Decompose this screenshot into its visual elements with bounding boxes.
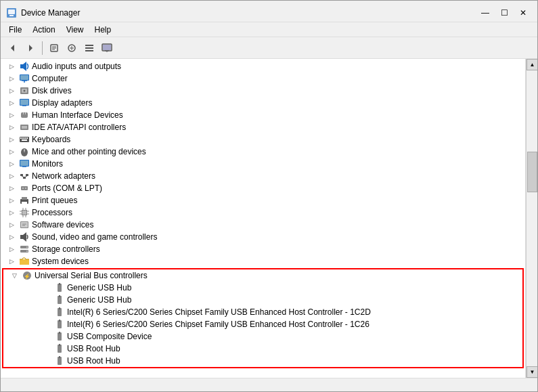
svg-rect-20 (20, 75, 28, 80)
svg-rect-55 (22, 197, 27, 200)
title-bar-left: Device Manager (6, 7, 80, 18)
app-icon (6, 7, 17, 18)
tree-item-usb-controllers[interactable]: ▽ ⚡ Universal Serial Bus controllers (3, 269, 522, 282)
tree-item-usb-root-hub-2[interactable]: USB Root Hub (3, 355, 522, 367)
sound-icon (19, 232, 30, 242)
tree-item-print-label: Print queues (32, 196, 77, 205)
menu-view[interactable]: View (61, 24, 89, 36)
toolbar-scan-button[interactable] (64, 40, 80, 56)
svg-point-53 (25, 188, 26, 189)
tree-item-display[interactable]: ▷ Display adapters (1, 97, 525, 109)
toolbar-back-button[interactable] (5, 40, 21, 56)
tree-item-disk[interactable]: ▷ Disk drives (1, 85, 525, 97)
scrollbar[interactable]: ▲ ▼ (526, 59, 537, 378)
display-icon (19, 97, 30, 108)
tree-item-computer[interactable]: ▷ Computer (1, 72, 525, 85)
maximize-button[interactable]: ☐ (495, 6, 513, 20)
expand-icon-ports: ▷ (6, 183, 17, 194)
toolbar-properties-button[interactable] (46, 40, 62, 56)
expand-icon-hub1 (41, 282, 52, 293)
svg-rect-10 (85, 45, 93, 46)
content-area: ▷ Audio inputs and outputs ▷ Computer ▷ … (1, 59, 537, 378)
tree-item-computer-label: Computer (32, 74, 68, 83)
svg-rect-92 (59, 356, 60, 358)
tree-item-disk-label: Disk drives (32, 86, 72, 95)
tree-item-processors[interactable]: ▷ Processors (1, 206, 525, 219)
expand-icon-network: ▷ (6, 171, 17, 181)
window-controls: — ☐ ✕ (476, 6, 532, 20)
tree-item-generic-usb-hub-1[interactable]: Generic USB Hub (3, 282, 522, 294)
svg-rect-1 (8, 9, 15, 14)
tree-item-ports[interactable]: ▷ Ports (COM & LPT) (1, 182, 525, 194)
close-button[interactable]: ✕ (514, 6, 532, 20)
minimize-button[interactable]: — (476, 6, 494, 20)
scrollbar-thumb[interactable] (527, 152, 537, 192)
usb-device-icon-6 (54, 343, 65, 354)
tree-item-generic-usb-hub-2[interactable]: Generic USB Hub (3, 294, 522, 306)
monitor-icon (102, 43, 112, 53)
svg-rect-51 (21, 186, 28, 190)
tree-item-software[interactable]: ▷ Software devices (1, 219, 525, 231)
tree-item-storage-label: Storage controllers (32, 244, 100, 254)
svg-rect-31 (25, 112, 26, 114)
tree-item-print[interactable]: ▷ Print queues (1, 194, 525, 206)
tree-item-ports-label: Ports (COM & LPT) (32, 183, 102, 193)
tree-item-monitors-label: Monitors (32, 159, 63, 169)
properties-icon (49, 43, 59, 53)
expand-icon-intel2 (41, 319, 52, 330)
tree-item-usb-label: Universal Serial Bus controllers (35, 271, 148, 280)
tree-item-intel2-label: Intel(R) 6 Series/C200 Series Chipset Fa… (67, 320, 369, 329)
tree-item-display-label: Display adapters (32, 98, 92, 108)
tree-item-usb-composite[interactable]: USB Composite Device (3, 330, 522, 343)
tree-item-usb-root-hub-1[interactable]: USB Root Hub (3, 343, 522, 355)
menu-bar: File Action View Help (1, 22, 537, 37)
tree-item-system-label: System devices (32, 257, 89, 266)
svg-point-42 (24, 150, 25, 151)
tree-item-system[interactable]: ▷ System devices (1, 255, 525, 267)
usb-device-icon-7 (54, 355, 65, 366)
svg-rect-68 (21, 222, 28, 227)
title-bar: Device Manager — ☐ ✕ (1, 1, 537, 22)
processors-icon (19, 207, 30, 218)
tree-item-ide[interactable]: ▷ IDE ATA/ATAPI controllers (1, 121, 525, 133)
tree-item-monitors[interactable]: ▷ Monitors (1, 158, 525, 170)
svg-rect-56 (22, 202, 27, 204)
ide-icon (19, 122, 30, 133)
usb-device-icon-3 (54, 307, 65, 318)
svg-rect-27 (20, 100, 28, 105)
expand-icon-composite (41, 331, 52, 342)
toolbar-view-button[interactable] (81, 40, 97, 56)
tree-item-intel-usb-1c2d[interactable]: Intel(R) 6 Series/C200 Series Chipset Fa… (3, 306, 522, 318)
toolbar-forward-button[interactable] (22, 40, 39, 56)
software-icon (19, 219, 30, 230)
tree-item-network[interactable]: ▷ Network adapters (1, 170, 525, 182)
tree-item-hid[interactable]: ▷ Human Interface Devices (1, 109, 525, 121)
expand-icon-display: ▷ (6, 97, 17, 108)
scrollbar-down-button[interactable]: ▼ (526, 366, 537, 378)
tree-item-storage[interactable]: ▷ Storage controllers (1, 243, 525, 255)
usb-device-icon-5 (54, 331, 65, 342)
usb-root-icon: ⚡ (22, 270, 32, 281)
tree-item-audio[interactable]: ▷ Audio inputs and outputs (1, 60, 525, 72)
toolbar-monitor-button[interactable] (99, 40, 115, 56)
tree-item-mice[interactable]: ▷ Mice and other pointing devices (1, 146, 525, 158)
svg-rect-38 (26, 137, 28, 139)
mice-icon (19, 146, 30, 157)
menu-action[interactable]: Action (27, 24, 60, 36)
scrollbar-up-button[interactable]: ▲ (526, 59, 537, 70)
computer-icon (19, 73, 30, 84)
tree-panel[interactable]: ▷ Audio inputs and outputs ▷ Computer ▷ … (1, 59, 526, 378)
menu-help[interactable]: Help (89, 24, 117, 36)
tree-item-keyboards[interactable]: ▷ Keyboards (1, 133, 525, 146)
toolbar-separator-1 (42, 41, 43, 55)
menu-file[interactable]: File (3, 24, 27, 36)
scrollbar-track[interactable] (526, 70, 537, 366)
svg-point-76 (26, 251, 28, 252)
expand-icon-hid: ▷ (6, 110, 17, 121)
tree-item-sound[interactable]: ▷ Sound, video and game controllers (1, 231, 525, 243)
tree-item-ide-label: IDE ATA/ATAPI controllers (32, 123, 126, 132)
tree-item-intel-usb-1c26[interactable]: Intel(R) 6 Series/C200 Series Chipset Fa… (3, 318, 522, 330)
audio-icon (19, 61, 30, 72)
svg-rect-2 (9, 15, 14, 16)
tree-item-sound-label: Sound, video and game controllers (32, 232, 157, 242)
